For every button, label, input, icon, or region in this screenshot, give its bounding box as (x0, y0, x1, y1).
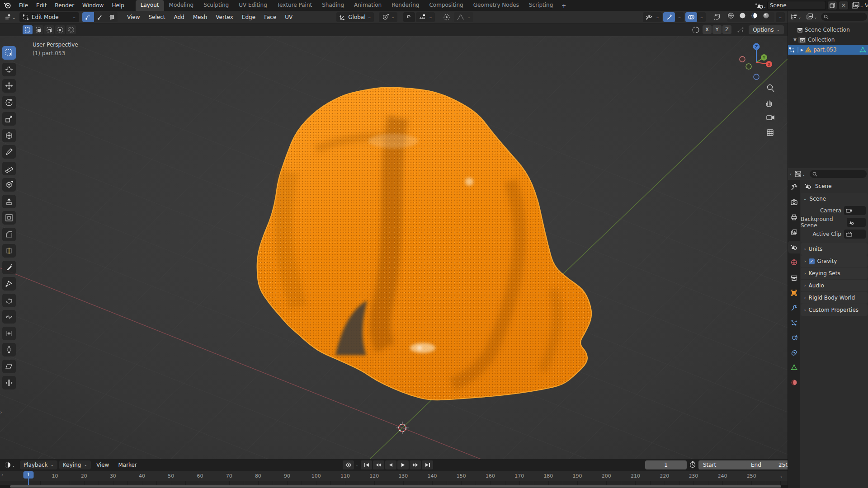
outliner-search-field[interactable] (821, 13, 867, 21)
next-keyframe-button[interactable] (410, 460, 421, 469)
snap-with-dropdown[interactable]: ⌄ (416, 12, 435, 22)
blender-logo-icon[interactable] (0, 2, 15, 9)
tab-modeling[interactable]: Modeling (164, 0, 199, 11)
tab-texture-paint[interactable]: Texture Paint (272, 0, 317, 11)
new-scene-button[interactable] (827, 1, 837, 10)
snap-toggle-button[interactable] (403, 12, 415, 22)
menu-vertex[interactable]: Vertex (212, 14, 237, 20)
active-clip-field[interactable] (844, 230, 866, 239)
tab-physics-properties[interactable] (788, 331, 800, 344)
rendered-shading-button[interactable] (763, 12, 774, 22)
menu-select[interactable]: Select (145, 14, 169, 20)
mirror-y-button[interactable]: Y (712, 25, 722, 34)
current-frame-badge[interactable]: 1 (24, 471, 34, 479)
tab-collection-properties[interactable] (788, 272, 800, 284)
shading-dropdown[interactable]: ⌄ (776, 12, 785, 22)
menu-render[interactable]: Render (51, 0, 78, 11)
timeline-track-area[interactable] (0, 481, 788, 485)
menu-add[interactable]: Add (170, 14, 188, 20)
tool-rotate[interactable] (2, 96, 16, 109)
solid-shading-button[interactable] (739, 12, 751, 22)
options-dropdown[interactable]: Options ⌄ (749, 25, 784, 34)
scene-name-field[interactable]: Scene (767, 1, 826, 10)
tool-rip-region[interactable] (2, 376, 16, 389)
tool-scale[interactable] (2, 112, 16, 126)
preview-range-clock-icon[interactable] (689, 461, 696, 468)
tab-layout[interactable]: Layout (136, 0, 164, 11)
editor-type-icon[interactable]: ⌄ (3, 14, 18, 21)
menu-edit[interactable]: Edit (32, 0, 51, 11)
overlays-toggle-button[interactable] (685, 12, 697, 22)
object-visibility-dropdown[interactable]: ⌄ (643, 12, 662, 22)
scene-panel-header[interactable]: ⌄ Scene (801, 193, 868, 205)
timeline-marker-menu[interactable]: Marker (114, 462, 140, 468)
gizmo-y-neg-axis[interactable] (746, 64, 751, 69)
units-panel-header[interactable]: ›Units (801, 243, 868, 255)
tool-transform[interactable] (2, 129, 16, 142)
timeline-ruler[interactable]: 1020304050607080901001101201301401501601… (0, 471, 788, 481)
tool-shear[interactable] (2, 360, 16, 373)
tab-material-properties[interactable] (788, 376, 800, 389)
timeline-editor-icon[interactable]: ⌄ (3, 461, 18, 469)
tool-spin[interactable] (2, 294, 16, 307)
face-select-button[interactable] (106, 12, 118, 22)
snap-options-icon[interactable] (737, 27, 744, 33)
select-mode-invert-button[interactable] (55, 25, 65, 34)
jump-to-start-button[interactable] (361, 460, 372, 469)
menu-file[interactable]: File (15, 0, 32, 11)
tab-tool-properties[interactable] (788, 181, 800, 193)
background-scene-field[interactable] (847, 218, 866, 227)
rigid-body-world-panel-header[interactable]: ›Rigid Body World (801, 292, 868, 304)
gizmo-x-neg-axis[interactable] (740, 56, 745, 62)
edge-select-button[interactable] (94, 12, 106, 22)
playback-menu[interactable]: Playback ⌄ (20, 460, 57, 469)
select-mode-extend-button[interactable] (33, 25, 43, 34)
viewport-canvas[interactable]: Z Y X (0, 36, 788, 459)
overlays-dropdown[interactable]: ⌄ (697, 12, 706, 22)
outliner-editor-icon[interactable]: ⌄ (789, 13, 804, 20)
vertex-select-button[interactable] (82, 12, 94, 22)
tab-uv-editing[interactable]: UV Editing (234, 0, 272, 11)
properties-editor-icon[interactable]: ⌄ (793, 170, 808, 178)
menu-edge[interactable]: Edge (238, 14, 259, 20)
tool-loop-cut[interactable] (2, 244, 16, 258)
gravity-panel-header[interactable]: › ✓ Gravity (801, 255, 868, 267)
tool-move[interactable] (2, 79, 16, 93)
view-layer-icon[interactable]: ⌄ (852, 2, 863, 9)
tab-particle-properties[interactable] (788, 316, 800, 329)
outliner-row-collection[interactable]: ▼ Collection (788, 35, 868, 45)
tool-cursor[interactable] (2, 63, 16, 76)
xray-toggle-button[interactable] (711, 12, 722, 22)
tool-add-cube[interactable] (2, 178, 16, 192)
timeline-view-menu[interactable]: View (93, 462, 113, 468)
keying-menu[interactable]: Keying ⌄ (59, 460, 91, 469)
tool-extrude[interactable] (2, 195, 16, 208)
gizmos-toggle-button[interactable] (663, 12, 675, 22)
gravity-checkbox[interactable]: ✓ (809, 258, 815, 264)
proportional-falloff-dropdown[interactable]: ⌄ (454, 12, 473, 22)
scene-icon[interactable]: ⌄ (755, 2, 766, 9)
tab-output-properties[interactable] (788, 211, 800, 224)
tab-sculpting[interactable]: Sculpting (198, 0, 234, 11)
tool-annotate[interactable] (2, 145, 16, 159)
tool-inset[interactable] (2, 211, 16, 225)
play-button[interactable] (397, 460, 409, 469)
mirror-x-button[interactable]: X (703, 25, 712, 34)
outliner-filter-icon[interactable]: ⌄ (805, 13, 820, 20)
tab-constraint-properties[interactable] (788, 346, 800, 359)
tab-animation[interactable]: Animation (349, 0, 387, 11)
timeline-left-arrow[interactable]: › (1, 472, 3, 478)
breadcrumb-label[interactable]: Scene (815, 183, 832, 189)
audio-panel-header[interactable]: ›Audio (801, 280, 868, 291)
tool-bevel[interactable] (2, 228, 16, 241)
keying-sets-panel-header[interactable]: ›Keying Sets (801, 267, 868, 279)
transform-orientation-dropdown[interactable]: Global ⌄ (336, 12, 374, 22)
tab-scripting[interactable]: Scripting (524, 0, 558, 11)
tab-compositing[interactable]: Compositing (424, 0, 468, 11)
expand-arrow-icon[interactable]: ▼ (793, 38, 797, 42)
timeline-scrollbar-handle[interactable] (10, 485, 781, 488)
expand-arrow-icon[interactable]: ▶ (801, 48, 803, 52)
jump-to-end-button[interactable] (422, 460, 433, 469)
tab-view-layer-properties[interactable] (788, 226, 800, 239)
proportional-editing-button[interactable] (441, 12, 453, 22)
